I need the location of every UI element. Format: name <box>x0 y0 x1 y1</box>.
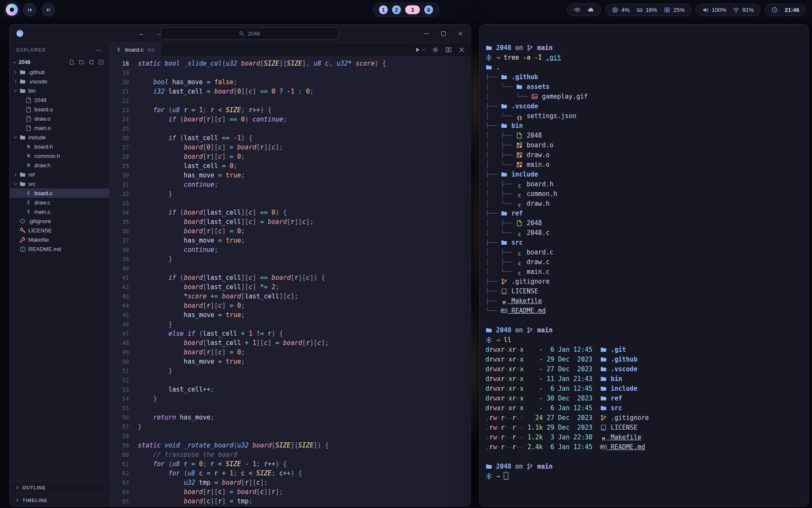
terminal-window[interactable]: 2048 on main → tree -a -I .git .├── .git… <box>479 24 809 507</box>
maximize-button[interactable] <box>440 30 446 36</box>
system-logo-icon[interactable] <box>6 4 18 16</box>
code-line-43[interactable]: 43 *score += board[last_cell][c]; <box>110 292 471 301</box>
code-line-63[interactable]: 63 u32 tmp = board[r][c]; <box>110 478 471 487</box>
code-line-61[interactable]: 61 for (u8 r = 0; r < SIZE - 1; r++) { <box>110 459 471 469</box>
code-line-40[interactable]: 40 <box>110 264 471 273</box>
settings-gear-icon[interactable] <box>432 47 439 53</box>
workspace-8[interactable]: 8 <box>424 6 433 14</box>
code-line-37[interactable]: 37 has_move = true; <box>110 236 471 245</box>
timeline-section[interactable]: TIMELINE <box>10 494 109 506</box>
explorer-item-Makefile[interactable]: Makefile <box>10 235 109 244</box>
code-line-38[interactable]: 38 continue; <box>110 245 471 254</box>
explorer-item-draw.h[interactable]: Hdraw.h <box>10 160 109 170</box>
explorer-item-bin[interactable]: bin <box>10 86 109 95</box>
code-line-60[interactable]: 60 // transpose the board <box>110 450 471 459</box>
code-line-18[interactable]: 18static bool _slide_col(u32 board[SIZE]… <box>110 59 471 68</box>
code-line-27[interactable]: 27 board[0][c] = board[r][c]; <box>110 143 471 152</box>
code-line-24[interactable]: 24 if (board[r][c] == 0) continue; <box>110 115 471 124</box>
outline-section[interactable]: OUTLINE <box>10 481 109 494</box>
wifi-stat[interactable]: 91% <box>733 7 754 13</box>
code-line-55[interactable]: 55 <box>110 403 471 413</box>
explorer-item-include[interactable]: include <box>10 133 109 142</box>
explorer-item-main.c[interactable]: Cmain.c <box>10 207 109 216</box>
code-line-34[interactable]: 34 if (board[last_cell][c] == 0) { <box>110 208 471 217</box>
refresh-icon[interactable] <box>88 59 94 65</box>
new-folder-icon[interactable] <box>79 59 85 65</box>
explorer-item-board.o[interactable]: board.o <box>10 105 109 114</box>
close-button[interactable] <box>457 30 463 36</box>
code-line-36[interactable]: 36 board[r][c] = 0; <box>110 226 471 236</box>
code-line-59[interactable]: 59static void _rotate_board(u32 board[SI… <box>110 441 471 450</box>
code-line-19[interactable]: 19 <box>110 68 471 77</box>
code-line-65[interactable]: 65 board[c][r] = tmp; <box>110 497 471 506</box>
code-line-41[interactable]: 41 if (board[last_cell][c] == board[r][c… <box>110 273 471 282</box>
code-line-33[interactable]: 33 <box>110 199 471 208</box>
code-line-44[interactable]: 44 board[r][c] = 0; <box>110 301 471 310</box>
split-editor-icon[interactable] <box>445 47 452 53</box>
explorer-item-board.c[interactable]: Cboard.c <box>10 188 109 198</box>
workspace-1[interactable]: 1 <box>379 6 388 14</box>
explorer-item-ref[interactable]: ref <box>10 170 109 179</box>
code-line-20[interactable]: 20 bool has_move = false; <box>110 77 471 87</box>
code-editor[interactable]: 18static bool _slide_col(u32 board[SIZE]… <box>110 57 471 506</box>
code-line-51[interactable]: 51 } <box>110 366 471 375</box>
close-editor-icon[interactable] <box>458 47 465 53</box>
code-line-39[interactable]: 39 } <box>110 254 471 264</box>
workspace-3[interactable]: 3 <box>405 6 420 14</box>
code-line-45[interactable]: 45 has_move = true; <box>110 310 471 320</box>
explorer-root-folder[interactable]: 2048 <box>10 57 109 67</box>
code-line-29[interactable]: 29 last_cell = 0; <box>110 161 471 171</box>
code-line-52[interactable]: 52 <box>110 375 471 385</box>
code-line-32[interactable]: 32 } <box>110 189 471 199</box>
code-line-22[interactable]: 22 <box>110 96 471 105</box>
clock-widget[interactable]: 21:46 <box>765 4 806 16</box>
explorer-item-common.h[interactable]: Hcommon.h <box>10 151 109 160</box>
code-line-30[interactable]: 30 has_move = true; <box>110 171 471 180</box>
code-line-46[interactable]: 46 } <box>110 320 471 329</box>
explorer-item-board.h[interactable]: Hboard.h <box>10 142 109 151</box>
minimize-button[interactable] <box>423 30 429 36</box>
explorer-item-main.o[interactable]: main.o <box>10 123 109 133</box>
code-line-57[interactable]: 57} <box>110 422 471 431</box>
audio-network-widget[interactable]: 100% 91% <box>696 4 761 16</box>
code-line-23[interactable]: 23 for (u8 r = 1; r < SIZE; r++) { <box>110 105 471 115</box>
collapse-all-icon[interactable] <box>98 59 104 65</box>
workspace-2[interactable]: 2 <box>392 6 401 14</box>
explorer-item-src[interactable]: src <box>10 179 109 188</box>
code-line-49[interactable]: 49 board[r][c] = 0; <box>110 348 471 357</box>
code-line-54[interactable]: 54 } <box>110 394 471 403</box>
more-actions-icon[interactable]: ⋯ <box>95 46 102 54</box>
weather-widget[interactable] <box>567 3 601 16</box>
explorer-item-.gitignore[interactable]: .gitignore <box>10 216 109 226</box>
code-line-35[interactable]: 35 board[last_cell][c] = board[r][c]; <box>110 217 471 226</box>
explorer-item-.vscode[interactable]: .vscode <box>10 77 109 86</box>
volume-stat[interactable]: 100% <box>702 7 727 13</box>
code-line-64[interactable]: 64 board[r][c] = board[c][r]; <box>110 487 471 497</box>
code-line-62[interactable]: 62 for (u8 c = r + 1; c < SIZE; c++) { <box>110 469 471 478</box>
code-line-47[interactable]: 47 else if (last_cell + 1 != r) { <box>110 329 471 338</box>
explorer-item-draw.c[interactable]: Cdraw.c <box>10 198 109 207</box>
command-center-search[interactable]: 2048 <box>160 28 339 40</box>
back-button[interactable]: ← <box>138 29 145 38</box>
tab-board-c[interactable]: C board.c src <box>110 43 161 56</box>
new-file-icon[interactable] <box>69 59 75 65</box>
code-line-26[interactable]: 26 if (last_cell == -1) { <box>110 133 471 143</box>
code-line-31[interactable]: 31 continue; <box>110 180 471 189</box>
code-line-25[interactable]: 25 <box>110 124 471 133</box>
media-previous-button[interactable] <box>23 3 36 17</box>
run-button[interactable] <box>414 47 425 53</box>
explorer-item-LICENSE[interactable]: LICENSE <box>10 226 109 235</box>
explorer-item-.github[interactable]: .github <box>10 67 109 77</box>
code-line-56[interactable]: 56 return has_move; <box>110 413 471 422</box>
explorer-item-README.md[interactable]: README.md <box>10 244 109 254</box>
explorer-item-2048[interactable]: 2048 <box>10 95 109 105</box>
code-line-58[interactable]: 58 <box>110 431 471 441</box>
code-line-53[interactable]: 53 last_cell++; <box>110 385 471 394</box>
explorer-item-draw.o[interactable]: draw.o <box>10 114 109 123</box>
code-line-42[interactable]: 42 board[last_cell][c] *= 2; <box>110 282 471 292</box>
code-line-28[interactable]: 28 board[r][c] = 0; <box>110 152 471 161</box>
code-line-21[interactable]: 21 i32 last_cell = board[0][c] == 0 ? -1… <box>110 87 471 96</box>
media-next-button[interactable] <box>41 3 55 17</box>
code-line-48[interactable]: 48 board[last_cell + 1][c] = board[r][c]… <box>110 338 471 348</box>
code-line-50[interactable]: 50 has_move = true; <box>110 357 471 366</box>
